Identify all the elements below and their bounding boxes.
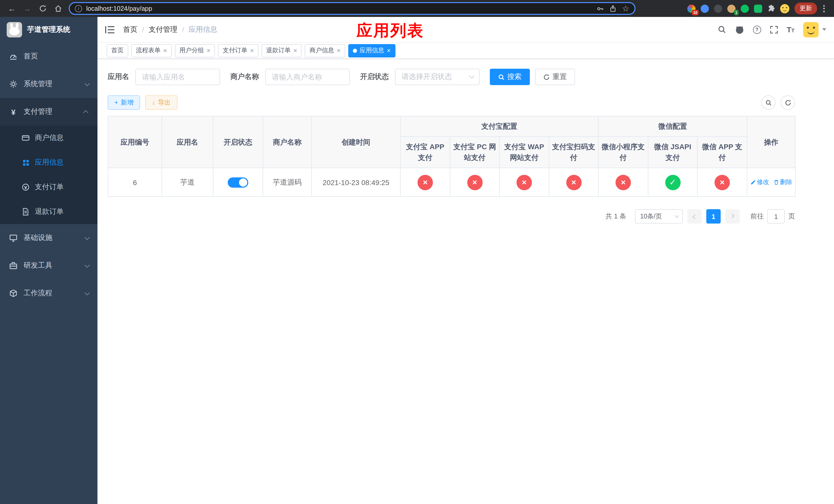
column-header: 应用编号 — [108, 116, 162, 168]
toggle-search-button[interactable] — [761, 95, 775, 110]
search-icon — [765, 99, 772, 106]
url-text[interactable]: localhost:1024/pay/app — [86, 5, 592, 12]
browser-home-icon[interactable] — [51, 2, 65, 15]
font-size-icon[interactable]: TT — [787, 26, 794, 33]
fullscreen-icon[interactable] — [770, 25, 778, 33]
key-icon[interactable] — [596, 5, 603, 12]
extension-avatar-icon[interactable]: 1 — [727, 4, 736, 13]
table-row: 6 芋道 芋道源码 2021-10-23 08:49:25 ×××××✓× — [108, 168, 795, 197]
search-icon[interactable] — [717, 25, 726, 34]
browser-reload-icon[interactable] — [36, 2, 49, 15]
close-icon: × — [566, 175, 581, 190]
sidebar-item-payment[interactable]: ¥ 支付管理 — [0, 98, 97, 125]
browser-menu-icon[interactable] — [819, 5, 829, 12]
browser-back-icon[interactable]: ← — [5, 2, 19, 15]
search-button[interactable]: 搜索 — [490, 69, 530, 85]
extension-grid-icon[interactable]: 10 — [687, 4, 696, 13]
extension-badge: 1 — [734, 9, 739, 15]
breadcrumb-home[interactable]: 首页 — [123, 25, 137, 34]
page-content: 应用名 商户名称 开启状态 请选择开启状态 — [97, 59, 834, 504]
chevron-down-icon — [85, 262, 90, 267]
tab-支付订单[interactable]: 支付订单× — [218, 44, 258, 57]
tab-close-icon[interactable]: × — [293, 47, 297, 54]
breadcrumb-payment[interactable]: 支付管理 — [149, 25, 177, 34]
browser-profile-avatar[interactable] — [780, 4, 789, 13]
help-icon[interactable]: ? — [753, 25, 761, 33]
enabled-switch[interactable] — [228, 177, 248, 187]
chevron-down-icon — [469, 73, 475, 78]
close-icon: × — [715, 175, 730, 190]
url-bar[interactable]: i localhost:1024/pay/app ☆ — [69, 2, 636, 15]
site-info-icon[interactable]: i — [75, 5, 82, 12]
next-page-button[interactable] — [725, 209, 740, 224]
sidebar-item-system[interactable]: 系统管理 — [0, 70, 97, 98]
github-icon[interactable] — [735, 25, 744, 34]
tab-close-icon[interactable]: × — [250, 47, 254, 54]
sidebar-item-merchant-info[interactable]: 商户信息 — [0, 125, 97, 150]
extension-green-icon[interactable] — [741, 4, 749, 13]
table-toolbar: + 新增 ↓ 导出 — [108, 95, 795, 110]
tab-应用信息[interactable]: 应用信息× — [348, 44, 395, 57]
sidebar-item-devtools[interactable]: 研发工具 — [0, 252, 97, 279]
tab-退款订单[interactable]: 退款订单× — [262, 44, 302, 57]
extension-blue-icon[interactable] — [701, 4, 709, 13]
add-button[interactable]: + 新增 — [108, 95, 140, 110]
extension-dark-icon[interactable] — [714, 4, 722, 13]
sidebar-item-app-info[interactable]: 应用信息 — [0, 150, 97, 175]
page-1-button[interactable]: 1 — [706, 209, 721, 224]
goto-page-input[interactable] — [767, 209, 785, 224]
bookmark-star-icon[interactable]: ☆ — [622, 4, 629, 13]
breadcrumb-current: 应用信息 — [189, 25, 218, 34]
status-fail-cell: × — [697, 168, 747, 197]
collapse-sidebar-icon[interactable] — [105, 26, 114, 33]
delete-button[interactable]: 删除 — [773, 178, 792, 187]
tab-close-icon[interactable]: × — [337, 47, 341, 54]
edit-button[interactable]: 修改 — [750, 178, 769, 187]
sidebar-item-workflow[interactable]: 工作流程 — [0, 279, 97, 307]
filter-form: 应用名 商户名称 开启状态 请选择开启状态 — [108, 69, 795, 85]
user-menu[interactable] — [803, 22, 826, 37]
tab-close-icon[interactable]: × — [206, 47, 210, 54]
app-name-input[interactable] — [135, 69, 220, 85]
tab-用户分组[interactable]: 用户分组× — [175, 44, 215, 57]
bank-card-icon — [22, 134, 30, 142]
download-icon: ↓ — [152, 99, 155, 106]
column-header: 创建时间 — [312, 116, 400, 168]
yen-icon: ¥ — [9, 108, 18, 116]
sidebar-item-refund-order[interactable]: 退款订单 — [0, 200, 97, 224]
column-subheader: 微信小程序支付 — [598, 137, 648, 168]
browser-update-button[interactable]: 更新 — [794, 3, 817, 14]
tab-首页[interactable]: 首页 — [107, 44, 128, 57]
pagination-total: 共 1 条 — [606, 212, 626, 221]
sidebar-item-infra[interactable]: 基础设施 — [0, 224, 97, 252]
app-logo[interactable]: 芋道管理系统 — [0, 17, 97, 43]
share-icon[interactable] — [609, 5, 616, 12]
user-avatar — [803, 22, 819, 37]
tab-close-icon[interactable]: × — [387, 47, 391, 54]
table-header-row-1: 应用编号应用名开启状态商户名称创建时间支付宝配置微信配置操作 — [108, 116, 795, 137]
column-subheader: 支付宝 APP 支付 — [400, 137, 450, 168]
grid-icon — [22, 158, 30, 167]
browser-forward-icon[interactable]: → — [21, 2, 34, 15]
toolbox-icon — [9, 261, 18, 270]
tab-商户信息[interactable]: 商户信息× — [305, 44, 345, 57]
refresh-table-button[interactable] — [781, 95, 795, 110]
status-select[interactable]: 请选择开启状态 — [395, 69, 480, 85]
tab-close-icon[interactable]: × — [163, 47, 167, 54]
refresh-icon — [543, 74, 550, 80]
export-button[interactable]: ↓ 导出 — [146, 95, 177, 110]
sidebar-item-pay-order[interactable]: 支付订单 — [0, 175, 97, 200]
column-subheader: 微信 JSAPI 支付 — [648, 137, 697, 168]
merchant-name-input[interactable] — [265, 69, 350, 85]
extension-badge: 10 — [692, 9, 699, 15]
extension-green-square-icon[interactable] — [754, 4, 762, 13]
tab-label: 应用信息 — [359, 46, 384, 55]
check-icon: ✓ — [665, 175, 680, 190]
extensions-puzzle-icon[interactable] — [767, 5, 775, 12]
page-size-select[interactable]: 10条/页 — [635, 209, 683, 224]
tab-流程表单[interactable]: 流程表单× — [131, 44, 172, 57]
prev-page-button[interactable] — [687, 209, 702, 224]
sidebar-item-home[interactable]: 首页 — [0, 43, 97, 70]
reset-button[interactable]: 重置 — [535, 69, 575, 85]
tab-label: 首页 — [111, 46, 124, 55]
